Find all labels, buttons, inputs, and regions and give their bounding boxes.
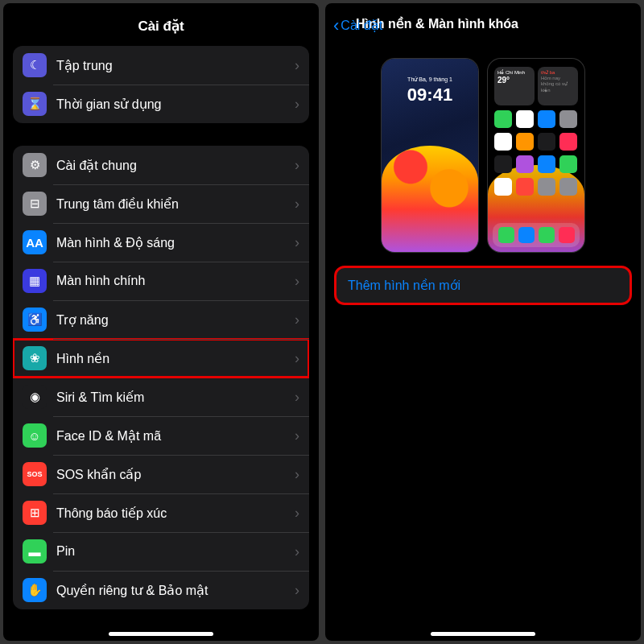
- settings-row[interactable]: ▬Pin›: [13, 532, 309, 571]
- settings-list[interactable]: ☾Tập trung›⌛Thời gian sử dụng› ⚙Cài đặt …: [3, 46, 319, 627]
- app-icon: [494, 133, 512, 151]
- safari-icon: [518, 227, 535, 243]
- chevron-right-icon: ›: [295, 466, 299, 483]
- settings-group-general: ⚙Cài đặt chung›⊟Trung tâm điều khiển›AAM…: [13, 146, 309, 609]
- lock-date: Thứ Ba, 9 tháng 1: [382, 76, 478, 83]
- app-icon: [516, 178, 534, 196]
- widget-row: Hồ Chí Minh 29° thứ ba Hôm nay không có …: [494, 67, 578, 105]
- app-icon: [559, 133, 577, 151]
- chevron-left-icon: ‹: [333, 19, 339, 32]
- app-icon: [516, 155, 534, 173]
- settings-row[interactable]: AAMàn hình & Độ sáng›: [13, 223, 309, 262]
- settings-row[interactable]: ✋Quyền riêng tư & Bảo mật›: [13, 571, 309, 609]
- header-title: Cài đặt: [138, 19, 184, 34]
- row-label: Trợ năng: [56, 312, 295, 328]
- settings-row[interactable]: ♿Trợ năng›: [13, 300, 309, 339]
- row-label: Siri & Tìm kiếm: [56, 390, 295, 405]
- weather-widget: Hồ Chí Minh 29°: [494, 67, 535, 105]
- row-label: Cài đặt chung: [56, 158, 295, 173]
- row-label: Màn hình & Độ sáng: [56, 235, 295, 250]
- row-label: Trung tâm điều khiển: [56, 196, 295, 212]
- app-icon: [494, 178, 512, 196]
- chevron-right-icon: ›: [295, 273, 299, 290]
- app-icon: [494, 110, 512, 128]
- row-label: Tập trung: [56, 58, 295, 73]
- messages-icon: [539, 227, 555, 243]
- header: Cài đặt: [3, 3, 319, 46]
- settings-row[interactable]: ▦Màn hình chính›: [13, 262, 309, 300]
- music-icon: [559, 227, 575, 243]
- row-icon: ✋: [23, 578, 47, 602]
- settings-row[interactable]: ☾Tập trung›: [13, 46, 309, 85]
- row-icon: ⚙: [23, 153, 47, 177]
- settings-row[interactable]: ⊞Thông báo tiếp xúc›: [13, 493, 309, 532]
- row-label: Thời gian sử dụng: [56, 97, 295, 112]
- chevron-right-icon: ›: [295, 96, 299, 113]
- lock-screen-preview[interactable]: Thứ Ba, 9 tháng 1 09:41: [382, 59, 478, 252]
- row-icon: AA: [23, 230, 47, 254]
- settings-row[interactable]: ◉Siri & Tìm kiếm›: [13, 378, 309, 416]
- settings-row[interactable]: ❀Hình nền›: [13, 339, 309, 378]
- row-label: Thông báo tiếp xúc: [56, 506, 295, 521]
- row-icon: SOS: [23, 462, 47, 486]
- settings-screen: Cài đặt ☾Tập trung›⌛Thời gian sử dụng› ⚙…: [3, 3, 319, 641]
- chevron-right-icon: ›: [295, 350, 299, 367]
- app-icon: [516, 133, 534, 151]
- add-wallpaper-label: Thêm hình nền mới: [348, 279, 460, 292]
- chevron-right-icon: ›: [295, 312, 299, 328]
- settings-row[interactable]: ☺Face ID & Mật mã›: [13, 416, 309, 455]
- phone-icon: [498, 227, 514, 243]
- home-screen-preview[interactable]: Hồ Chí Minh 29° thứ ba Hôm nay không có …: [488, 59, 584, 252]
- app-icon: [516, 110, 534, 128]
- chevron-right-icon: ›: [295, 543, 299, 560]
- row-icon: ❀: [23, 346, 47, 370]
- back-button[interactable]: ‹ Cài đặt: [333, 18, 382, 33]
- dock: [493, 223, 580, 247]
- add-wallpaper-button[interactable]: Thêm hình nền mới: [335, 266, 631, 304]
- row-label: Màn hình chính: [56, 274, 295, 288]
- app-icon: [538, 155, 555, 173]
- row-label: Hình nền: [56, 351, 295, 366]
- header: ‹ Cài đặt Hình nền & Màn hình khóa: [325, 3, 641, 43]
- chevron-right-icon: ›: [295, 389, 299, 406]
- row-icon: ⊟: [23, 192, 47, 216]
- row-icon: ☺: [23, 423, 47, 448]
- row-label: Pin: [56, 544, 295, 559]
- app-icon: [559, 110, 577, 128]
- app-grid: [494, 110, 578, 196]
- wallpaper-screen: ‹ Cài đặt Hình nền & Màn hình khóa Thứ B…: [325, 3, 641, 641]
- app-icon: [538, 110, 555, 128]
- wallpaper-previews: Thứ Ba, 9 tháng 1 09:41 Hồ Chí Minh 29° …: [325, 43, 641, 266]
- chevron-right-icon: ›: [295, 582, 299, 599]
- row-icon: ◉: [23, 385, 47, 409]
- app-icon: [538, 178, 555, 196]
- settings-row[interactable]: ⌛Thời gian sử dụng›: [13, 85, 309, 123]
- chevron-right-icon: ›: [295, 196, 299, 213]
- calendar-widget: thứ ba Hôm nay không có sự kiện: [538, 67, 578, 105]
- row-label: Quyền riêng tư & Bảo mật: [56, 583, 295, 598]
- app-icon: [494, 155, 512, 173]
- chevron-right-icon: ›: [295, 505, 299, 522]
- home-indicator[interactable]: [109, 632, 213, 636]
- chevron-right-icon: ›: [295, 234, 299, 251]
- app-icon: [559, 178, 577, 196]
- row-icon: ♿: [23, 308, 47, 332]
- settings-row[interactable]: SOSSOS khẩn cấp›: [13, 455, 309, 493]
- app-icon: [538, 133, 555, 151]
- chevron-right-icon: ›: [295, 57, 299, 74]
- row-icon: ☾: [23, 53, 47, 77]
- back-label: Cài đặt: [341, 18, 382, 33]
- row-icon: ▦: [23, 269, 47, 293]
- app-icon: [559, 155, 577, 173]
- row-icon: ▬: [23, 539, 47, 564]
- row-icon: ⊞: [23, 501, 47, 525]
- spacer: [325, 304, 641, 627]
- lock-time: 09:41: [382, 85, 478, 105]
- row-label: SOS khẩn cấp: [56, 467, 295, 482]
- wallpaper-art: [382, 146, 478, 252]
- chevron-right-icon: ›: [295, 157, 299, 174]
- settings-row[interactable]: ⚙Cài đặt chung›: [13, 146, 309, 184]
- home-indicator[interactable]: [431, 632, 535, 636]
- chevron-right-icon: ›: [295, 427, 299, 444]
- settings-row[interactable]: ⊟Trung tâm điều khiển›: [13, 184, 309, 223]
